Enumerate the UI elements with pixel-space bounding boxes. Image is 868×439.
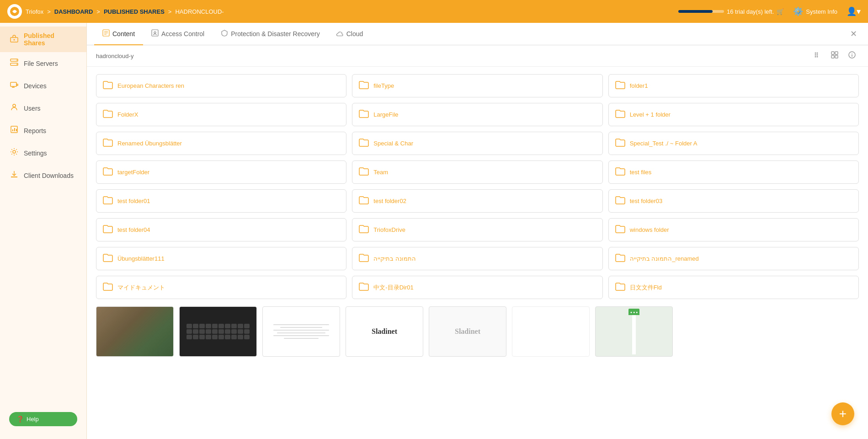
folder-icon: [359, 195, 369, 207]
folder-icon: [615, 224, 625, 236]
sidebar-item-users[interactable]: Users: [0, 97, 86, 119]
folder-item[interactable]: Team: [352, 161, 602, 184]
folder-item[interactable]: 中文-目录Dir01: [352, 276, 602, 299]
folder-item[interactable]: FolderX: [96, 103, 346, 126]
header-left: Triofox > DASHBOARD > PUBLISHED SHARES >…: [7, 4, 224, 19]
folder-icon: [359, 253, 369, 264]
preview-sladinet-dark[interactable]: Sladinet: [346, 306, 423, 357]
folder-item[interactable]: targetFolder: [96, 161, 346, 184]
svg-rect-21: [835, 52, 838, 54]
tab-cloud[interactable]: Cloud: [328, 23, 372, 45]
folder-item[interactable]: Special & Char: [352, 132, 602, 155]
sidebar-label-published-shares: Published Shares: [24, 32, 77, 47]
folder-icon: [615, 138, 625, 149]
cart-icon[interactable]: 🛒: [777, 8, 784, 15]
folder-item[interactable]: Übungsblätter111: [96, 247, 346, 270]
folder-item[interactable]: 日文文件Fld: [608, 276, 859, 299]
folder-name: 日文文件Fld: [630, 284, 662, 292]
folder-item[interactable]: test files: [608, 161, 859, 184]
layout: Published Shares File Servers: [0, 23, 868, 439]
file-servers-icon: [9, 58, 19, 69]
folder-name: Special_Test ./ ~ Folder A: [630, 140, 698, 147]
folder-item[interactable]: test folder01: [96, 189, 346, 213]
folder-name: マイドキュメント: [117, 284, 165, 292]
sidebar-label-file-servers: File Servers: [24, 60, 58, 67]
folder-item[interactable]: Renamed Übungsblätter: [96, 132, 346, 155]
folder-name: 中文-目录Dir01: [373, 284, 413, 292]
folder-name: test folder02: [373, 198, 406, 204]
folder-item[interactable]: test folder02: [352, 189, 602, 213]
breadcrumb-sep1: >: [47, 8, 51, 15]
preview-sladinet-light[interactable]: Sladinet: [429, 306, 506, 357]
svg-rect-23: [835, 55, 838, 58]
sidebar-item-devices[interactable]: Devices: [0, 75, 86, 97]
folder-icon: [359, 166, 369, 178]
svg-point-13: [154, 32, 156, 33]
folder-item[interactable]: fileType: [352, 74, 602, 97]
svg-point-10: [13, 150, 16, 153]
folder-item[interactable]: התמונה בתיקייה_renamed: [608, 247, 859, 270]
tab-cloud-label: Cloud: [346, 30, 363, 37]
users-icon: [9, 102, 19, 114]
folder-item[interactable]: test folder04: [96, 218, 346, 241]
protection-tab-icon: [221, 29, 228, 38]
folder-name: TriofoxDrive: [373, 226, 405, 233]
svg-point-18: [817, 54, 818, 56]
folder-item[interactable]: התמונה בתיקייה: [352, 247, 602, 270]
folder-grid: European Characters ren fileType folder1…: [87, 67, 868, 306]
folder-icon: [103, 166, 113, 178]
breadcrumb-dashboard[interactable]: DASHBOARD: [54, 8, 93, 15]
folder-name: test files: [630, 169, 652, 176]
folder-item[interactable]: TriofoxDrive: [352, 218, 602, 241]
sidebar-item-published-shares[interactable]: Published Shares: [0, 27, 86, 52]
svg-rect-7: [11, 82, 16, 86]
current-path: hadroncloud-y: [96, 53, 133, 59]
preview-document[interactable]: [262, 306, 340, 357]
brand-name: Triofox: [26, 8, 43, 15]
sidebar-item-settings[interactable]: Settings: [0, 142, 86, 164]
svg-point-2: [13, 39, 15, 40]
preview-keyboard[interactable]: [179, 306, 257, 357]
breadcrumb-sep2: >: [96, 8, 100, 15]
help-button[interactable]: ❓ Help: [9, 412, 77, 426]
cloud-tab-icon: [336, 29, 344, 38]
view-options-button[interactable]: [810, 50, 824, 62]
breadcrumb-published-shares[interactable]: PUBLISHED SHARES: [104, 8, 165, 15]
tab-content-label: Content: [112, 30, 135, 37]
info-button[interactable]: [845, 50, 859, 62]
grid-view-button[interactable]: [828, 50, 841, 62]
sidebar-label-devices: Devices: [24, 82, 47, 90]
header: Triofox > DASHBOARD > PUBLISHED SHARES >…: [0, 0, 868, 23]
sidebar-item-reports[interactable]: Reports: [0, 119, 86, 142]
header-right: 16 trial day(s) left. 🛒 ⚙️ System Info 👤…: [678, 6, 861, 16]
sladinet-dark-text: Sladinet: [372, 327, 397, 336]
fab-add-button[interactable]: +: [831, 402, 854, 425]
folder-icon: [359, 282, 369, 293]
folder-icon: [103, 253, 113, 264]
folder-item[interactable]: test folder03: [608, 189, 859, 213]
folder-icon: [359, 109, 369, 120]
folder-item[interactable]: folder1: [608, 74, 859, 97]
preview-photo1[interactable]: [96, 306, 174, 357]
preview-blank[interactable]: [512, 306, 590, 357]
tab-protection[interactable]: Protection & Disaster Recovery: [213, 23, 328, 45]
system-info-button[interactable]: ⚙️ System Info: [793, 6, 837, 16]
system-info-label: System Info: [806, 8, 837, 15]
tab-content[interactable]: Content: [94, 23, 143, 45]
tab-access-control[interactable]: Access Control: [143, 23, 213, 45]
close-button[interactable]: ✕: [847, 29, 861, 39]
folder-name: LargeFile: [373, 111, 398, 118]
folder-item[interactable]: マイドキュメント: [96, 276, 346, 299]
sidebar-item-file-servers[interactable]: File Servers: [0, 52, 86, 75]
user-account-icon[interactable]: 👤▾: [847, 6, 861, 16]
sidebar-item-client-downloads[interactable]: Client Downloads: [0, 164, 86, 187]
access-control-tab-icon: [151, 29, 159, 38]
folder-item[interactable]: windows folder: [608, 218, 859, 241]
folder-item[interactable]: European Characters ren: [96, 74, 346, 97]
folder-icon: [359, 224, 369, 236]
folder-item[interactable]: Special_Test ./ ~ Folder A: [608, 132, 859, 155]
preview-screenshot[interactable]: ● ● ●: [595, 306, 673, 357]
folder-item[interactable]: Level + 1 folder: [608, 103, 859, 126]
folder-item[interactable]: LargeFile: [352, 103, 602, 126]
folder-name: FolderX: [117, 111, 138, 118]
